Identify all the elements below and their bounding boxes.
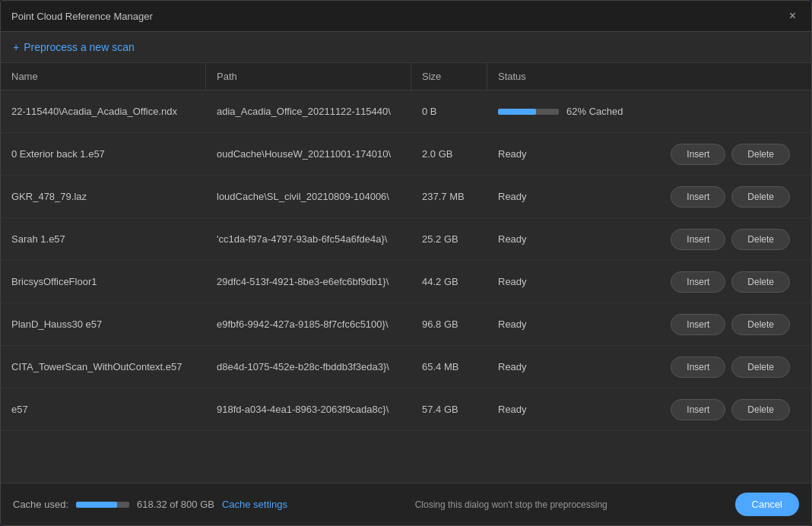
cell-size: 25.2 GB <box>411 226 487 252</box>
col-header-status: Status <box>487 63 811 90</box>
table-row: GKR_478_79.lazloudCache\SL_civil_2021080… <box>1 176 811 218</box>
status-text: Ready <box>498 404 536 415</box>
table-header: Name Path Size Status <box>1 63 811 90</box>
cell-size: 96.8 GB <box>411 311 487 337</box>
footer-info: Closing this dialog won't stop the prepr… <box>415 499 607 510</box>
table-row: CITA_TowerScan_WithOutContext.e57d8e4d-1… <box>1 346 811 388</box>
preprocess-button[interactable]: + Preprocess a new scan <box>13 41 135 53</box>
delete-button[interactable]: Delete <box>731 144 790 165</box>
delete-button[interactable]: Delete <box>731 399 790 420</box>
cell-status: ReadyInsertDelete <box>487 271 811 293</box>
footer: Cache used: 618.32 of 800 GB Cache setti… <box>1 483 811 525</box>
preprocess-label: Preprocess a new scan <box>24 41 135 53</box>
row-actions: InsertDelete <box>660 186 801 208</box>
cell-size: 57.4 GB <box>411 396 487 423</box>
row-actions: InsertDelete <box>660 314 801 335</box>
cell-name: CITA_TowerScan_WithOutContext.e57 <box>1 353 206 380</box>
cell-status: ReadyInsertDelete <box>487 314 811 335</box>
progress-bar-fill <box>498 109 536 115</box>
cancel-button[interactable]: Cancel <box>735 493 799 516</box>
cell-path: 918fd-a034-4ea1-8963-2063f9cada8c}\ <box>206 396 411 423</box>
point-cloud-reference-manager-dialog: Point Cloud Reference Manager × + Prepro… <box>0 0 812 526</box>
insert-button[interactable]: Insert <box>671 144 725 165</box>
insert-button[interactable]: Insert <box>671 229 725 250</box>
footer-left: Cache used: 618.32 of 800 GB Cache setti… <box>13 499 287 510</box>
cell-name: PlanD_Hauss30 e57 <box>1 311 206 337</box>
cache-values: 618.32 of 800 GB <box>137 499 214 510</box>
toolbar: + Preprocess a new scan <box>1 32 811 63</box>
delete-button[interactable]: Delete <box>731 186 790 208</box>
cell-status: ReadyInsertDelete <box>487 229 811 250</box>
table-row: 0 Exterior back 1.e57oudCache\HouseW_202… <box>1 133 811 176</box>
plus-icon: + <box>13 41 19 53</box>
cell-path: e9fbf6-9942-427a-9185-8f7cfc6c5100}\ <box>206 311 411 337</box>
cache-progress-bar <box>76 502 129 508</box>
cell-path: oudCache\HouseW_20211001-174010\ <box>206 141 411 167</box>
cell-status: 62% Cached <box>487 98 811 125</box>
row-actions: InsertDelete <box>660 229 801 250</box>
table-row: PlanD_Hauss30 e57e9fbf6-9942-427a-9185-8… <box>1 303 811 346</box>
close-button[interactable]: × <box>785 8 801 24</box>
cell-status: ReadyInsertDelete <box>487 356 811 378</box>
insert-button[interactable]: Insert <box>671 356 725 378</box>
table-body: 22-115440\Acadia_Acadia_Office.ndxadia_A… <box>1 90 811 483</box>
status-text: Ready <box>498 276 536 287</box>
status-text: Ready <box>498 318 536 330</box>
cell-name: Sarah 1.e57 <box>1 226 206 252</box>
cell-name: BricsysOfficeFloor1 <box>1 268 206 295</box>
insert-button[interactable]: Insert <box>671 399 725 420</box>
cache-used-label: Cache used: <box>13 499 68 510</box>
table-row: 22-115440\Acadia_Acadia_Office.ndxadia_A… <box>1 90 811 133</box>
cell-name: 0 Exterior back 1.e57 <box>1 141 206 167</box>
cell-name: GKR_478_79.laz <box>1 183 206 210</box>
cell-path: d8e4d-1075-452e-b28c-fbddb3f3eda3}\ <box>206 353 411 380</box>
cached-text: 62% Cached <box>566 106 623 117</box>
cell-path: adia_Acadia_Office_20211122-115440\ <box>206 98 411 125</box>
cell-size: 2.0 GB <box>411 141 487 167</box>
delete-button[interactable]: Delete <box>731 271 790 293</box>
col-header-name: Name <box>1 63 206 90</box>
cell-path: 29dfc4-513f-4921-8be3-e6efc6bf9db1}\ <box>206 268 411 295</box>
cell-size: 0 B <box>411 98 487 125</box>
delete-button[interactable]: Delete <box>731 356 790 378</box>
delete-button[interactable]: Delete <box>731 314 790 335</box>
cell-size: 237.7 MB <box>411 183 487 210</box>
status-text: Ready <box>498 233 536 245</box>
status-text: Ready <box>498 148 536 160</box>
cell-name: e57 <box>1 396 206 423</box>
row-actions: InsertDelete <box>660 271 801 293</box>
delete-button[interactable]: Delete <box>731 229 790 250</box>
cell-status: ReadyInsertDelete <box>487 144 811 165</box>
cell-path: loudCache\SL_civil_20210809-104006\ <box>206 183 411 210</box>
insert-button[interactable]: Insert <box>671 186 725 208</box>
title-bar: Point Cloud Reference Manager × <box>1 1 811 32</box>
status-text: Ready <box>498 191 536 202</box>
cell-size: 44.2 GB <box>411 268 487 295</box>
cell-path: 'cc1da-f97a-4797-93ab-6fc54a6fde4a}\ <box>206 226 411 252</box>
dialog-title: Point Cloud Reference Manager <box>11 11 153 22</box>
status-text: Ready <box>498 361 536 372</box>
cell-status: ReadyInsertDelete <box>487 399 811 420</box>
table-row: e57918fd-a034-4ea1-8963-2063f9cada8c}\57… <box>1 388 811 431</box>
row-actions: InsertDelete <box>660 144 801 165</box>
insert-button[interactable]: Insert <box>671 314 725 335</box>
col-header-size: Size <box>411 63 487 90</box>
table-row: BricsysOfficeFloor129dfc4-513f-4921-8be3… <box>1 261 811 303</box>
cache-progress-fill <box>76 502 117 508</box>
row-actions: InsertDelete <box>660 356 801 378</box>
cache-settings-button[interactable]: Cache settings <box>222 499 287 510</box>
col-header-path: Path <box>206 63 411 90</box>
table-row: Sarah 1.e57'cc1da-f97a-4797-93ab-6fc54a6… <box>1 218 811 261</box>
progress-bar-container <box>498 109 559 115</box>
cell-name: 22-115440\Acadia_Acadia_Office.ndx <box>1 98 206 125</box>
insert-button[interactable]: Insert <box>671 271 725 293</box>
cell-size: 65.4 MB <box>411 353 487 380</box>
cell-status: ReadyInsertDelete <box>487 186 811 208</box>
row-actions: InsertDelete <box>660 399 801 420</box>
